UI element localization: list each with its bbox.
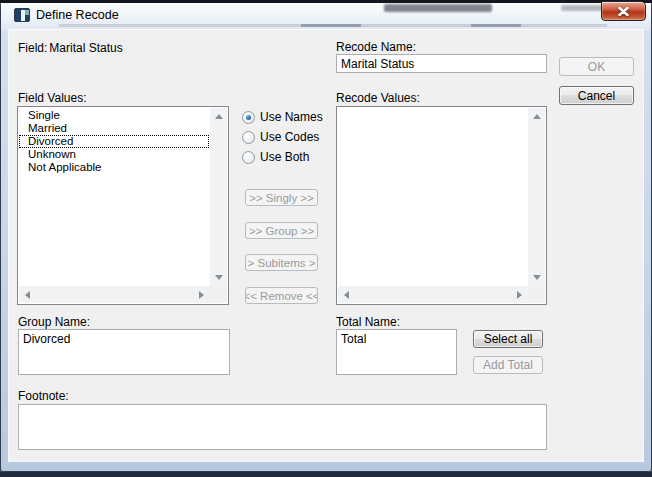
background-window-artifact [301, 24, 361, 27]
recode-values-listbox[interactable] [336, 106, 547, 305]
footnote-label: Footnote: [18, 389, 69, 403]
background-window-artifact [471, 24, 521, 27]
footnote-input[interactable] [18, 404, 547, 450]
field-values-listbox[interactable]: Single Married Divorced Unknown Not Appl… [17, 106, 229, 305]
group-name-label: Group Name: [18, 315, 90, 329]
list-item[interactable]: Married [19, 122, 209, 135]
add-total-button[interactable]: Add Total [473, 356, 543, 374]
scroll-up-button[interactable] [210, 108, 227, 125]
define-recode-dialog: Define Recode Field:Marital Status Recod… [0, 0, 652, 477]
radio-use-both[interactable] [242, 151, 255, 164]
scroll-up-icon [215, 114, 223, 119]
field-value: Marital Status [47, 41, 122, 55]
group-button[interactable]: >> Group >> [245, 222, 318, 239]
scroll-left-icon [25, 291, 30, 299]
recode-name-label: Recode Name: [336, 40, 416, 54]
subitems-button[interactable]: > Subitems > [245, 254, 318, 271]
dialog-icon [14, 8, 30, 22]
radio-row-use-names[interactable]: Use Names [242, 110, 323, 124]
radio-use-codes[interactable] [242, 131, 255, 144]
scroll-left-button[interactable] [19, 286, 36, 303]
vertical-scrollbar[interactable] [528, 108, 545, 286]
scroll-right-icon [517, 291, 522, 299]
singly-button[interactable]: >> Singly >> [245, 189, 318, 206]
ok-button[interactable]: OK [559, 57, 634, 76]
close-icon [618, 7, 629, 16]
total-name-label: Total Name: [336, 315, 400, 329]
scroll-left-icon [344, 291, 349, 299]
field-values-list: Single Married Divorced Unknown Not Appl… [19, 109, 209, 174]
background-window-artifact [384, 4, 492, 12]
scrollbar-corner [528, 286, 545, 303]
field-label: Field:Marital Status [18, 41, 123, 55]
scroll-up-icon [533, 114, 541, 119]
scroll-down-icon [215, 275, 223, 280]
cancel-button[interactable]: Cancel [559, 86, 634, 105]
radio-row-use-both[interactable]: Use Both [242, 150, 309, 164]
radio-row-use-codes[interactable]: Use Codes [242, 130, 319, 144]
scroll-down-icon [533, 275, 541, 280]
background-window-artifact [59, 24, 607, 27]
scroll-left-button[interactable] [338, 286, 355, 303]
scrollbar-corner [210, 286, 227, 303]
scroll-right-icon [199, 291, 204, 299]
radio-label: Use Names [260, 110, 323, 124]
horizontal-scrollbar[interactable] [19, 286, 210, 303]
recode-name-input[interactable] [336, 54, 547, 73]
scroll-right-button[interactable] [193, 286, 210, 303]
radio-use-names[interactable] [242, 111, 255, 124]
radio-label: Use Codes [260, 130, 319, 144]
list-item-focused[interactable]: Divorced [19, 135, 209, 148]
scroll-right-button[interactable] [511, 286, 528, 303]
scroll-up-button[interactable] [528, 108, 545, 125]
list-item[interactable]: Single [19, 109, 209, 122]
list-item[interactable]: Not Applicable [19, 161, 209, 174]
scroll-down-button[interactable] [528, 269, 545, 286]
dialog-client-area: Field:Marital Status Recode Name: OK Can… [9, 30, 643, 461]
radio-label: Use Both [260, 150, 309, 164]
list-item[interactable]: Unknown [19, 148, 209, 161]
field-values-label: Field Values: [18, 91, 86, 105]
remove-button[interactable]: << Remove << [245, 287, 318, 304]
horizontal-scrollbar[interactable] [338, 286, 528, 303]
close-button[interactable] [601, 1, 646, 21]
window-title: Define Recode [36, 7, 119, 23]
scroll-down-button[interactable] [210, 269, 227, 286]
vertical-scrollbar[interactable] [210, 108, 227, 286]
group-name-input[interactable]: Divorced [18, 329, 230, 375]
window-frame: Define Recode Field:Marital Status Recod… [0, 0, 652, 472]
recode-values-label: Recode Values: [336, 91, 420, 105]
select-all-button[interactable]: Select all [473, 330, 543, 348]
total-name-input[interactable]: Total [336, 329, 457, 375]
